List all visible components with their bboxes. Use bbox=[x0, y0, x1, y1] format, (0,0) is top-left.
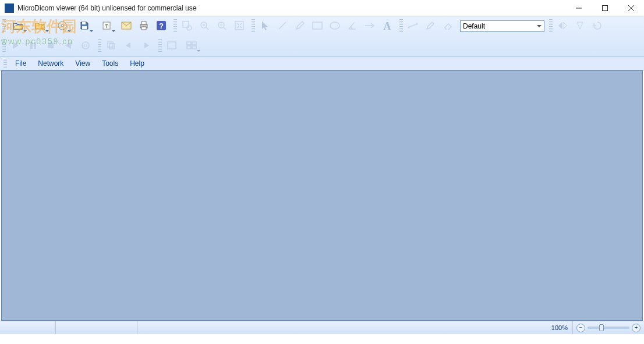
toolbar-grip[interactable] bbox=[2, 39, 6, 53]
toolbar-grip[interactable] bbox=[252, 19, 255, 33]
minimize-button[interactable] bbox=[565, 0, 592, 16]
zoom-region-button[interactable] bbox=[179, 18, 195, 34]
menu-help[interactable]: Help bbox=[124, 58, 150, 69]
forward-button[interactable] bbox=[138, 38, 154, 54]
pointer-button[interactable] bbox=[257, 18, 273, 34]
play-icon bbox=[12, 41, 20, 52]
app-icon bbox=[5, 3, 14, 13]
print-button[interactable] bbox=[136, 18, 152, 34]
rectangle-button[interactable] bbox=[309, 18, 325, 34]
toolbar-group-transform bbox=[554, 18, 606, 34]
close-button[interactable] bbox=[618, 0, 644, 16]
image-viewport[interactable] bbox=[1, 70, 643, 321]
line-icon bbox=[277, 20, 288, 33]
toolbar-group-zoom bbox=[178, 18, 248, 34]
pencil-icon bbox=[295, 20, 305, 33]
dropdown-caret-icon bbox=[197, 50, 200, 52]
fit-window-button[interactable] bbox=[231, 18, 247, 34]
open-button[interactable] bbox=[8, 18, 29, 34]
toolbar-grip[interactable] bbox=[158, 39, 162, 53]
dropdown-caret-icon bbox=[45, 30, 49, 32]
edit-annotation-button[interactable] bbox=[422, 18, 438, 34]
zoom-slider[interactable] bbox=[588, 327, 629, 329]
zoom-out-status-button[interactable]: − bbox=[576, 324, 585, 332]
edit-icon bbox=[426, 21, 435, 32]
arrow-button[interactable] bbox=[362, 18, 378, 34]
previous-button[interactable] bbox=[60, 38, 76, 54]
save-button[interactable] bbox=[74, 18, 95, 34]
toolbar-row-1: ? bbox=[0, 16, 644, 36]
toolbar-group-playback: 0 bbox=[7, 38, 94, 54]
zoom-in-status-button[interactable]: + bbox=[632, 324, 641, 332]
delete-annotation-button[interactable] bbox=[440, 18, 456, 34]
menubar-grip[interactable] bbox=[3, 59, 7, 68]
angle-button[interactable] bbox=[344, 18, 360, 34]
svg-rect-26 bbox=[235, 22, 243, 30]
stop-icon bbox=[47, 41, 55, 51]
toolbar-grip[interactable] bbox=[174, 19, 177, 33]
line-button[interactable] bbox=[274, 18, 291, 34]
stop-button[interactable] bbox=[43, 38, 59, 54]
toolbar-grip[interactable] bbox=[399, 19, 403, 33]
folder-open-icon bbox=[12, 20, 24, 33]
printer-icon bbox=[139, 20, 149, 33]
dropdown-caret-icon bbox=[537, 25, 542, 27]
export-button[interactable] bbox=[96, 18, 117, 34]
back-button[interactable] bbox=[121, 38, 137, 54]
toolbars: ? bbox=[0, 16, 644, 56]
window-controls bbox=[565, 0, 644, 16]
svg-point-33 bbox=[416, 23, 418, 24]
text-button[interactable]: A bbox=[379, 18, 395, 34]
single-view-button[interactable] bbox=[164, 38, 180, 54]
maximize-button[interactable] bbox=[592, 0, 618, 16]
toolbar-group-annotation: A bbox=[256, 18, 396, 34]
preset-combo[interactable]: Default bbox=[460, 20, 544, 32]
scan-button[interactable] bbox=[30, 18, 51, 34]
svg-text:?: ? bbox=[159, 22, 164, 30]
svg-line-31 bbox=[408, 24, 417, 27]
previous-icon bbox=[64, 41, 72, 52]
svg-line-27 bbox=[279, 22, 286, 29]
menu-view[interactable]: View bbox=[69, 58, 96, 69]
copy-button[interactable] bbox=[103, 38, 119, 54]
zoom-out-button[interactable] bbox=[214, 18, 230, 34]
zoom-control: − + bbox=[573, 324, 644, 332]
svg-text:0: 0 bbox=[84, 43, 87, 48]
zoom-in-button[interactable] bbox=[196, 18, 213, 34]
toolbar-grip[interactable] bbox=[98, 39, 101, 53]
cd-button[interactable] bbox=[52, 18, 73, 34]
toolbar-grip[interactable] bbox=[549, 19, 553, 33]
dropdown-caret-icon bbox=[90, 30, 93, 32]
ellipse-button[interactable] bbox=[327, 18, 343, 34]
toolbar-group-measure bbox=[404, 18, 457, 34]
zoom-percent[interactable]: 100% bbox=[547, 321, 573, 334]
menu-tools[interactable]: Tools bbox=[96, 58, 124, 69]
svg-rect-41 bbox=[168, 42, 176, 49]
loop-button[interactable]: 0 bbox=[77, 38, 94, 54]
toolbar-grip[interactable] bbox=[2, 19, 6, 33]
svg-rect-42 bbox=[187, 42, 191, 45]
svg-rect-40 bbox=[109, 44, 115, 49]
reset-transform-button[interactable] bbox=[589, 18, 606, 34]
zoom-slider-thumb[interactable] bbox=[599, 324, 604, 331]
grid-view-button[interactable] bbox=[181, 38, 202, 54]
dropdown-caret-icon bbox=[23, 30, 27, 32]
flip-vertical-button[interactable] bbox=[572, 18, 588, 34]
zoom-out-icon bbox=[217, 20, 227, 33]
ruler-button[interactable] bbox=[405, 18, 421, 34]
menu-file[interactable]: File bbox=[9, 58, 32, 69]
svg-rect-28 bbox=[313, 22, 322, 29]
email-button[interactable] bbox=[118, 18, 135, 34]
pencil-button[interactable] bbox=[292, 18, 308, 34]
flip-horizontal-button[interactable] bbox=[554, 18, 571, 34]
pause-button[interactable] bbox=[25, 38, 41, 54]
menu-network[interactable]: Network bbox=[32, 58, 69, 69]
play-button[interactable] bbox=[8, 38, 24, 54]
svg-rect-1 bbox=[602, 5, 607, 10]
loop-icon: 0 bbox=[80, 40, 91, 52]
help-button[interactable]: ? bbox=[153, 18, 169, 34]
svg-rect-34 bbox=[30, 42, 33, 49]
arrow-icon bbox=[364, 22, 376, 31]
menubar: File Network View Tools Help bbox=[0, 56, 644, 70]
zoom-region-icon bbox=[182, 20, 192, 33]
